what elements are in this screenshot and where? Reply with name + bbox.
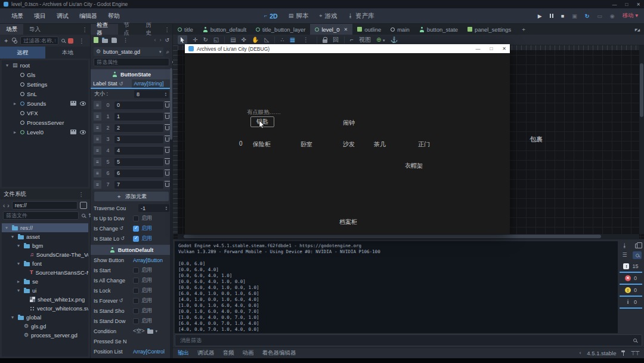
switcher-2d[interactable]: ⌐2D bbox=[264, 13, 278, 20]
close-tab-icon[interactable]: ✕ bbox=[344, 27, 348, 32]
save-resource-icon[interactable] bbox=[112, 38, 117, 43]
file-tree-item[interactable]: ⚙process_server.gd bbox=[2, 331, 88, 340]
scene-tree-item[interactable]: Gls bbox=[2, 70, 88, 79]
array-item-value[interactable]: 3 bbox=[114, 136, 163, 143]
tab-node[interactable]: 节点 bbox=[118, 24, 140, 35]
scene-tab-button_default[interactable]: button_default bbox=[198, 24, 251, 35]
drag-handle-icon[interactable]: ≡ bbox=[94, 180, 101, 189]
array-item-value[interactable]: 2 bbox=[114, 124, 163, 132]
expand-arrow[interactable]: ▾ bbox=[10, 315, 16, 320]
dock-menu-icon[interactable]: ⋮ bbox=[80, 26, 91, 33]
bottom-tab-debugger[interactable]: 调试器 bbox=[197, 349, 215, 357]
badge-warning[interactable]: !0 bbox=[620, 285, 642, 297]
file-tree-item[interactable]: ▾ font bbox=[2, 259, 88, 268]
delete-item-icon[interactable] bbox=[165, 126, 169, 130]
switcher-game[interactable]: ⌖游戏 bbox=[319, 12, 337, 20]
load-icon[interactable] bbox=[147, 330, 153, 334]
file-tree-item[interactable]: ▾ global bbox=[2, 313, 88, 322]
snap-options-icon[interactable]: ⋮ bbox=[301, 36, 311, 43]
scene-tab-main[interactable]: main bbox=[386, 24, 414, 35]
bottom-tab-shader[interactable]: 着色器编辑器 bbox=[262, 349, 296, 357]
play-button[interactable]: ▶ bbox=[538, 13, 542, 19]
debug-maximize-button[interactable]: □ bbox=[490, 46, 493, 51]
tab-scene[interactable]: 场景 bbox=[0, 24, 23, 35]
stepper-icon[interactable]: ▴▾ bbox=[165, 92, 166, 97]
movie-writer-icon[interactable]: ▭ bbox=[597, 13, 602, 19]
add-node-button[interactable]: ＋ bbox=[3, 36, 9, 45]
game-text-label[interactable]: 0 bbox=[239, 140, 243, 147]
bottom-tab-output[interactable]: 输出 bbox=[178, 349, 189, 357]
list-select-icon[interactable]: ▤ bbox=[230, 36, 236, 43]
edited-resource[interactable]: ⚙ button_state.gd ▾ bbox=[94, 47, 163, 56]
file-tree-item[interactable]: sheet_white1x.png bbox=[2, 295, 88, 304]
camera-icon[interactable] bbox=[70, 101, 76, 106]
delete-item-icon[interactable] bbox=[165, 183, 169, 187]
game-canvas[interactable]: 有点眼熟……闹钟0保险柜卧室沙发茶几正门衣帽架档案柜 钥匙 bbox=[185, 53, 510, 234]
debug-close-button[interactable]: ✕ bbox=[502, 46, 506, 51]
checkbox[interactable] bbox=[133, 318, 139, 324]
expand-viewport-icon[interactable]: ◤◢ bbox=[630, 27, 644, 32]
clear-output-icon[interactable]: ⭳ bbox=[620, 242, 629, 250]
array-item-value[interactable]: 4 bbox=[114, 147, 163, 155]
delete-item-icon[interactable] bbox=[165, 103, 169, 107]
checkbox[interactable] bbox=[133, 267, 139, 273]
file-filter-input[interactable] bbox=[3, 211, 79, 220]
drag-handle-icon[interactable]: ≡ bbox=[94, 124, 101, 132]
expand-arrow[interactable]: ▸ bbox=[16, 279, 21, 284]
ruler-tool-icon[interactable]: ◺ bbox=[265, 36, 270, 43]
scene-tab-title[interactable]: title bbox=[173, 24, 198, 35]
tab-inspector[interactable]: 检查器 bbox=[91, 24, 118, 35]
badge-error[interactable]: ✕0 bbox=[620, 273, 642, 285]
scene-tree-item[interactable]: SnL bbox=[2, 89, 88, 99]
new-scene-tab-button[interactable]: ＋ bbox=[516, 26, 531, 33]
file-tree-item[interactable]: ♫SoundsCrate-The_Velv... bbox=[2, 250, 88, 259]
collapse-log-icon[interactable]: ☰ bbox=[620, 251, 629, 259]
drag-handle-icon[interactable]: ≡ bbox=[94, 101, 101, 109]
file-tree-item[interactable]: ▾ bgm bbox=[2, 241, 88, 250]
expand-arrow[interactable]: ▾ bbox=[16, 243, 21, 248]
menu-debug[interactable]: 调试 bbox=[51, 12, 74, 20]
switcher-assetlib[interactable]: ⭳资产库 bbox=[348, 12, 374, 20]
tab-history[interactable]: 历史 bbox=[140, 24, 162, 35]
filesystem-menu-icon[interactable]: ⋮ bbox=[76, 191, 87, 198]
file-tree-item[interactable]: vector_whiteIcons.svg bbox=[2, 304, 88, 313]
array-item-value[interactable]: 6 bbox=[114, 170, 163, 177]
game-text-label[interactable]: 茶几 bbox=[374, 140, 386, 149]
scene-tab-level_0[interactable]: level_0✕ bbox=[310, 24, 352, 35]
array-item-value[interactable]: 5 bbox=[114, 158, 163, 166]
delete-item-icon[interactable] bbox=[165, 115, 169, 119]
scene-tree-menu-icon[interactable]: ⋮ bbox=[76, 38, 87, 44]
menu-editor[interactable]: 编辑器 bbox=[74, 12, 103, 20]
movie-mode-dropdown[interactable]: 移动 ▾ bbox=[623, 12, 638, 20]
drag-handle-icon[interactable]: ≡ bbox=[94, 135, 101, 143]
add-element-button[interactable]: ＋添加元素 bbox=[94, 192, 169, 201]
playable-icon[interactable]: ⊕ ▾ bbox=[376, 36, 385, 43]
drag-handle-icon[interactable]: ≡ bbox=[94, 112, 101, 121]
game-text-label[interactable]: 档案柜 bbox=[339, 218, 357, 226]
debug-minimize-button[interactable]: — bbox=[475, 46, 480, 51]
scene-tree-item[interactable]: ▸ Sounds bbox=[2, 99, 88, 108]
stop-button[interactable]: ■ bbox=[561, 13, 564, 19]
view-menu[interactable]: 视图 bbox=[359, 36, 371, 44]
delete-item-icon[interactable] bbox=[165, 160, 169, 164]
viewport-vscrollbar[interactable] bbox=[639, 45, 644, 234]
version-label[interactable]: 4.5.1.stable bbox=[587, 350, 616, 356]
delete-item-icon[interactable] bbox=[165, 137, 169, 141]
tab-import[interactable]: 导入 bbox=[23, 24, 47, 35]
value-text[interactable]: Array[Button bbox=[133, 257, 163, 263]
expand-bottom-panel-icon[interactable]: ⊤⊤ bbox=[630, 350, 639, 356]
array-type[interactable]: Array[String] bbox=[132, 79, 173, 88]
drag-handle-icon[interactable]: ≡ bbox=[94, 158, 101, 166]
revert-icon[interactable]: ↺ bbox=[120, 236, 125, 241]
history-icon[interactable]: ↺ bbox=[165, 38, 169, 43]
debug-avatar-icon[interactable] bbox=[68, 38, 73, 44]
group-icon[interactable]: 回 bbox=[333, 36, 339, 44]
file-tree-item[interactable]: ▾ res:// bbox=[2, 223, 88, 232]
checkbox[interactable] bbox=[133, 236, 139, 242]
expand-arrow[interactable]: ▾ bbox=[16, 261, 21, 266]
reload-button[interactable]: ↻ bbox=[585, 13, 590, 19]
bottom-tab-animation[interactable]: 动画 bbox=[243, 349, 254, 357]
array-item-value[interactable]: 0 bbox=[114, 101, 163, 109]
menu-project[interactable]: 项目 bbox=[29, 12, 51, 20]
resource-empty[interactable]: <空> bbox=[133, 327, 145, 335]
